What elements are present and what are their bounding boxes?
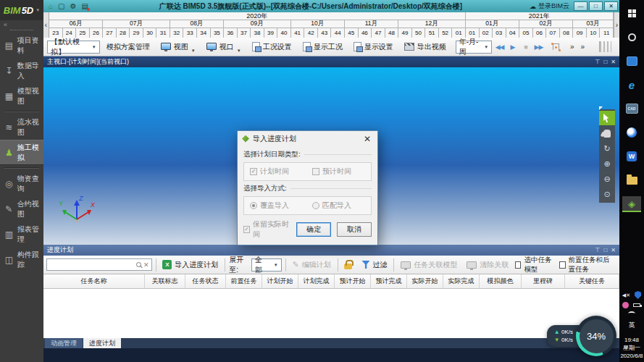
wps-app-button[interactable]: W xyxy=(622,148,641,164)
file-explorer-button[interactable] xyxy=(622,172,641,188)
memory-gauge[interactable]: 34% xyxy=(576,316,616,356)
zoom-window-tool[interactable]: ⊙ xyxy=(599,187,615,201)
lock-button[interactable] xyxy=(341,260,355,269)
cancel-button[interactable]: 取消 xyxy=(337,222,372,237)
column-header[interactable]: 关联标志 xyxy=(145,274,185,288)
show-work-condition-button[interactable]: 显示工况 xyxy=(298,40,347,54)
sidebar-item-material-query[interactable]: ◎物资查询 xyxy=(0,171,43,196)
battery-icon[interactable] xyxy=(633,303,640,307)
dialog-close-button[interactable]: ✕ xyxy=(361,134,373,144)
pre-post-tasks-checkbox[interactable]: 前置任务和后置任务 xyxy=(559,256,616,274)
start-button[interactable] xyxy=(622,5,641,21)
edit-plan-button[interactable]: ✎ 编辑计划 xyxy=(289,260,333,270)
step-back-button[interactable]: ◀◀ xyxy=(494,43,505,51)
browser-app-button[interactable] xyxy=(622,125,641,140)
task-view-button[interactable] xyxy=(622,53,641,69)
column-header[interactable]: 里程碑 xyxy=(522,274,565,288)
display-settings-button[interactable]: 显示设置 xyxy=(349,40,398,54)
step-forward-button[interactable]: ▶▶ xyxy=(533,43,544,51)
timeline-next-button[interactable]: › xyxy=(614,12,619,38)
column-header[interactable]: 任务名称 xyxy=(43,274,145,288)
internet-explorer-button[interactable]: e xyxy=(622,77,641,93)
play-button[interactable]: ▶ xyxy=(507,43,518,51)
select-tool[interactable] xyxy=(599,111,615,125)
cortana-search-button[interactable] xyxy=(622,29,641,45)
sidebar-item-contract-view[interactable]: ✎合约视图 xyxy=(0,196,43,222)
sidebar-item-flow-view[interactable]: ≋流水视图 xyxy=(0,114,43,140)
date-type-option[interactable]: ✓计划时间 xyxy=(250,167,289,177)
timeline-prev-button[interactable]: ‹ xyxy=(43,12,49,38)
task-table-body[interactable] xyxy=(43,289,619,338)
maximize-icon[interactable]: □ xyxy=(603,247,607,253)
tab-动画管理[interactable]: 动画管理 xyxy=(45,338,83,348)
close-icon[interactable]: ✕ xyxy=(611,59,616,65)
sidebar-item-data-import[interactable]: ↧数据导入 xyxy=(0,58,43,83)
scheme-manage-button[interactable]: 模拟方案管理 xyxy=(102,40,154,54)
expand-level-select[interactable]: 全部 ▼ xyxy=(251,258,282,272)
date-type-option[interactable]: 预计时间 xyxy=(312,167,351,177)
zoom-in-tool[interactable]: ⊕ xyxy=(599,156,615,171)
close-button[interactable]: ✕ xyxy=(604,1,618,11)
column-header[interactable]: 任务状态 xyxy=(185,274,226,288)
time-scale-select[interactable]: 年-月-周▼ xyxy=(456,41,492,54)
stop-button[interactable]: ■ xyxy=(520,43,531,51)
import-schedule-button[interactable]: X 导入进度计划 xyxy=(159,260,221,270)
home-icon[interactable]: ⌂ xyxy=(49,3,53,10)
settings-gear-icon[interactable]: ⚙ xyxy=(70,3,77,10)
column-header[interactable]: 实际开始 xyxy=(407,274,443,288)
clear-search-icon[interactable]: ✕ xyxy=(143,261,149,269)
column-header[interactable]: 预计开始 xyxy=(335,274,371,288)
sidebar-item-component-track[interactable]: ◫构件跟踪 xyxy=(0,247,43,272)
display-icon[interactable]: ▢ xyxy=(58,3,64,10)
gantt-chart-button[interactable] xyxy=(589,40,616,54)
ime-indicator[interactable]: 英 xyxy=(628,321,635,330)
pin-icon[interactable]: ⊤ xyxy=(595,247,600,253)
view-button[interactable]: 视图▼ xyxy=(156,40,200,54)
keep-actual-time-checkbox[interactable]: ✓ 保留实际时间 xyxy=(243,219,290,240)
orbit-tool[interactable]: ↻ xyxy=(599,141,615,156)
sidebar-item-model-view[interactable]: ▦模型视图 xyxy=(0,83,43,109)
export-video-button[interactable]: 导出视频 xyxy=(400,40,451,54)
viewport-button[interactable]: 视口▼ xyxy=(202,40,246,54)
pin-icon[interactable]: ⊤ xyxy=(595,59,600,65)
wifi-icon[interactable] xyxy=(628,311,635,316)
sidebar-item-construction-sim[interactable]: ♟施工模拟 xyxy=(0,140,43,165)
sidebar-item-report-mgmt[interactable]: ▥报表管理 xyxy=(0,222,43,247)
taskbar-clock[interactable]: 19:48 星期一 2020/6/8 xyxy=(620,336,643,360)
sidebar-collapse-button[interactable]: « xyxy=(0,20,43,28)
logo-caret-icon[interactable]: ▼ xyxy=(35,8,40,12)
work-condition-settings-button[interactable]: 工况设置 xyxy=(248,40,296,54)
overflow-chevron[interactable]: » xyxy=(568,43,577,51)
task-search-box[interactable]: ✕ xyxy=(46,258,152,271)
cad-app-button[interactable]: CAD xyxy=(622,101,641,117)
ok-button[interactable]: 确定 xyxy=(296,222,331,237)
security-shield-icon[interactable] xyxy=(635,291,641,299)
column-header[interactable]: 实际完成 xyxy=(443,274,480,288)
tab-进度计划[interactable]: 进度计划 xyxy=(83,338,121,348)
import-mode-option[interactable]: 覆盖导入 xyxy=(250,201,289,211)
sidebar-item-project-info[interactable]: ▤项目资料 xyxy=(0,33,43,58)
selected-task-model-checkbox[interactable]: 选中任务模型 xyxy=(515,256,556,274)
clear-link-button[interactable]: 清除关联 xyxy=(464,260,511,270)
column-header[interactable]: 计划开始 xyxy=(262,274,298,288)
column-header[interactable]: 前置任务 xyxy=(226,274,262,288)
zoom-out-tool[interactable]: ⊖ xyxy=(599,172,615,186)
maximize-button[interactable]: □ xyxy=(589,1,603,11)
simulation-scheme-select[interactable]: 【默认模拟】▼ xyxy=(47,41,100,54)
network-plan-button[interactable] xyxy=(546,40,566,54)
notification-icon[interactable]: ▤ xyxy=(81,3,88,10)
link-task-model-button[interactable]: 任务关联模型 xyxy=(398,260,460,270)
column-header[interactable]: 计划完成 xyxy=(298,274,335,288)
login-bim-cloud-button[interactable]: ☁ 登录BIM云 xyxy=(530,1,569,11)
column-header[interactable]: 关键任务 xyxy=(565,274,619,288)
pan-tool[interactable] xyxy=(599,126,615,140)
filter-button[interactable]: 过滤 xyxy=(359,260,390,270)
system-monitor-overlay[interactable]: ▲ 0K/s ▼ 0K/s 34% xyxy=(547,316,616,356)
column-header[interactable]: 预计完成 xyxy=(371,274,407,288)
volume-muted-icon[interactable]: ◀✕ xyxy=(622,292,630,298)
overflow-chevron[interactable]: » xyxy=(578,43,587,51)
bim5d-app-button[interactable]: ◈ xyxy=(622,196,641,212)
import-mode-option[interactable]: 匹配导入 xyxy=(312,201,351,211)
column-header[interactable]: 模拟颜色 xyxy=(480,274,522,288)
tray-app-icon[interactable] xyxy=(622,302,629,308)
